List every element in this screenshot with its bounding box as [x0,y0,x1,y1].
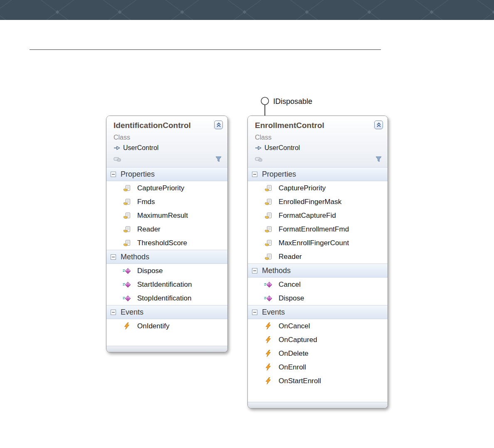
class-card-enrollmentcontrol[interactable]: EnrollmentControl Class UserControl Prop… [247,116,388,409]
event-row[interactable]: OnStartEnroll [248,374,388,388]
member-label: Dispose [279,294,304,303]
section-title: Methods [262,266,291,275]
property-icon [123,185,131,192]
property-icon [123,240,131,246]
section-title: Properties [262,170,296,179]
collapse-section-icon[interactable] [111,254,116,260]
member-label: MaxEnrollFingerCount [279,239,349,247]
section-header-properties: Properties [106,167,227,181]
section-title: Methods [121,253,149,261]
header-banner [0,0,494,20]
collapse-card-button[interactable] [214,121,223,129]
inheritance-arrow-icon [255,145,262,150]
class-shape-icon [114,157,121,162]
property-row[interactable]: ThresholdScore [106,236,227,250]
member-label: Reader [137,225,161,234]
class-stereotype: Class [114,134,222,141]
property-row[interactable]: FormatEnrollmentFmd [248,222,388,236]
method-icon [264,295,272,302]
property-row[interactable]: MaxEnrollFingerCount [248,236,388,250]
event-row[interactable]: OnEnroll [248,360,388,374]
property-icon [123,199,131,205]
base-type-row: UserControl [255,144,382,152]
event-row[interactable]: OnIdentify [106,319,227,333]
member-label: CapturePriority [279,184,326,192]
method-icon [123,281,131,288]
member-label: OnCancel [279,322,310,330]
header-icon-row [255,155,382,164]
property-row[interactable]: Reader [248,250,388,263]
class-header: IdentificationControl Class UserControl [106,116,227,167]
event-icon [265,350,271,357]
card-footer [248,402,388,408]
class-card-identificationcontrol[interactable]: IdentificationControl Class UserControl … [106,116,228,352]
double-chevron-up-icon [376,122,382,128]
method-row[interactable]: StartIdentification [106,278,227,291]
section-title: Events [121,308,143,317]
event-row[interactable]: OnDelete [248,347,388,360]
property-row[interactable]: Reader [106,222,227,236]
section-header-events: Events [248,305,388,319]
event-row[interactable]: OnCancel [248,319,388,333]
network-pattern-graphic [0,0,494,20]
section-title: Events [262,308,285,317]
property-row[interactable]: CapturePriority [248,181,388,195]
member-label: EnrolledFingerMask [279,198,341,206]
member-label: StartIdentification [137,281,192,289]
event-row[interactable]: OnCaptured [248,333,388,347]
method-row[interactable]: Cancel [248,278,388,291]
property-icon [264,254,272,260]
filter-icon[interactable] [375,156,382,162]
property-icon [264,199,272,205]
property-row[interactable]: EnrolledFingerMask [248,195,388,209]
interface-label: IDisposable [273,97,312,106]
horizontal-rule [30,49,381,50]
filter-icon[interactable] [215,156,222,162]
double-chevron-up-icon [216,122,222,128]
class-name: EnrollmentControl [255,121,382,130]
card-footer [106,346,227,352]
event-icon [265,377,271,384]
method-row[interactable]: Dispose [106,264,227,278]
class-header: EnrollmentControl Class UserControl [248,116,388,167]
property-icon [264,226,272,233]
member-label: OnEnroll [279,363,306,372]
member-label: OnDelete [279,350,309,358]
method-icon [123,295,131,302]
section-title: Properties [121,170,155,179]
member-label: ThresholdScore [137,239,187,247]
base-type-label: UserControl [264,144,300,152]
collapse-section-icon[interactable] [252,172,257,177]
member-label: StopIdentification [137,294,191,303]
collapse-section-icon[interactable] [252,310,257,315]
method-row[interactable]: StopIdentification [106,291,227,305]
member-label: OnStartEnroll [279,377,321,385]
member-label: FormatEnrollmentFmd [279,225,349,234]
section-header-methods: Methods [106,250,227,264]
property-row[interactable]: FormatCaptureFid [248,209,388,222]
member-label: Dispose [137,267,163,275]
event-icon [124,322,130,330]
collapse-section-icon[interactable] [252,268,257,273]
collapse-section-icon[interactable] [111,310,116,315]
collapse-section-icon[interactable] [111,172,116,177]
class-name: IdentificationControl [114,121,222,130]
collapse-card-button[interactable] [374,121,383,129]
method-icon [264,281,272,288]
property-row[interactable]: MaximumResult [106,209,227,222]
member-label: OnIdentify [137,322,170,330]
event-icon [265,364,271,371]
class-stereotype: Class [255,134,382,141]
base-type-row: UserControl [114,144,222,152]
method-row[interactable]: Dispose [248,291,388,305]
section-header-events: Events [106,305,227,319]
property-row[interactable]: CapturePriority [106,181,227,195]
property-icon [123,226,131,233]
property-icon [123,212,131,219]
property-icon [264,212,272,219]
member-label: OnCaptured [279,336,317,344]
lollipop-circle-icon [260,96,269,116]
member-label: FormatCaptureFid [279,212,336,220]
section-header-methods: Methods [248,263,388,278]
property-row[interactable]: Fmds [106,195,227,209]
